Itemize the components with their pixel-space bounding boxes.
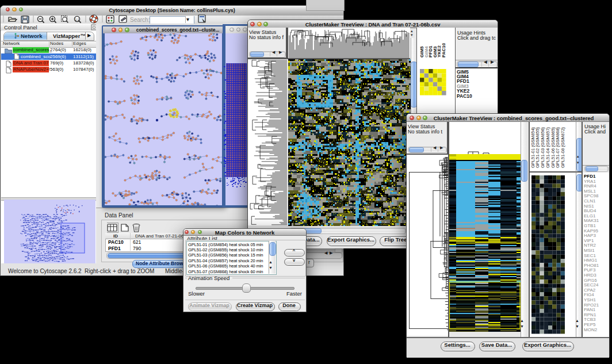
- svg-text:1:1: 1:1: [75, 18, 79, 21]
